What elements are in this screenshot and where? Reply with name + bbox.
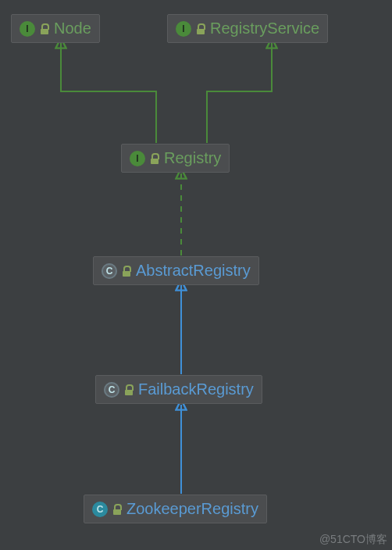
lock-icon — [124, 384, 134, 395]
class-box-abstract-registry[interactable]: C AbstractRegistry — [93, 256, 259, 285]
interface-icon: I — [20, 21, 35, 37]
class-icon: C — [104, 382, 119, 398]
lock-icon — [150, 153, 159, 164]
interface-icon: I — [130, 151, 145, 166]
class-box-registry[interactable]: I Registry — [121, 144, 230, 173]
class-icon: C — [102, 263, 117, 279]
class-box-zookeeper-registry[interactable]: C ZookeeperRegistry — [84, 495, 267, 523]
class-label: Node — [54, 20, 91, 38]
watermark: @51CTO博客 — [319, 533, 387, 547]
lock-icon — [112, 504, 122, 515]
lock-icon — [40, 23, 49, 34]
class-label: ZookeeperRegistry — [127, 500, 258, 518]
lock-icon — [196, 23, 205, 34]
class-label: Registry — [164, 149, 221, 167]
class-icon: C — [92, 502, 108, 517]
lock-icon — [122, 266, 131, 277]
class-label: RegistryService — [210, 20, 319, 38]
class-box-failback-registry[interactable]: C FailbackRegistry — [95, 375, 262, 404]
class-label: AbstractRegistry — [136, 262, 251, 280]
class-box-node[interactable]: I Node — [11, 14, 100, 43]
interface-icon: I — [176, 21, 191, 37]
class-label: FailbackRegistry — [138, 380, 254, 398]
class-box-registry-service[interactable]: I RegistryService — [167, 14, 328, 43]
